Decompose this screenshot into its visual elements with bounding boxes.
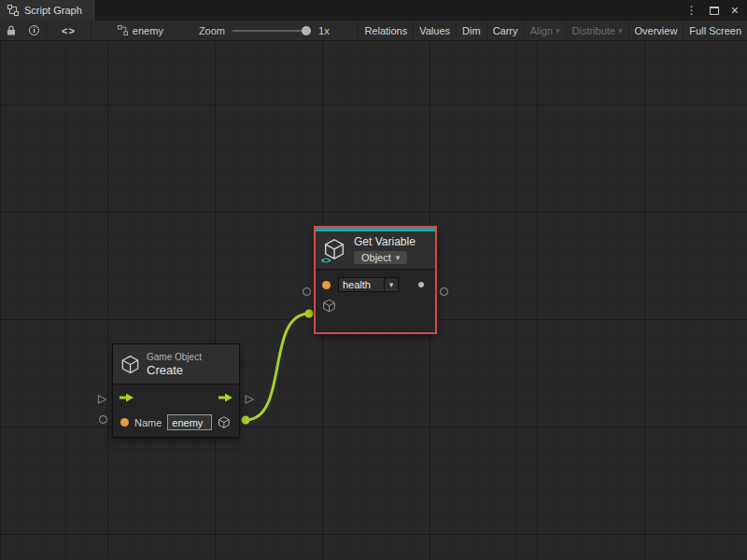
name-port-circle[interactable] xyxy=(99,415,107,424)
close-icon[interactable]: × xyxy=(731,4,739,17)
toolbar-separator xyxy=(91,21,92,41)
lock-icon xyxy=(7,25,16,35)
value-input-port[interactable] xyxy=(322,281,331,289)
zoom-value: 1x xyxy=(318,25,330,36)
create-node[interactable]: Game Object Create Name xyxy=(112,343,240,438)
name-param-row: Name xyxy=(113,410,239,435)
graph-name: enemy xyxy=(133,25,163,36)
create-node-header[interactable]: Game Object Create xyxy=(113,344,239,385)
align-label: Align xyxy=(530,25,553,36)
name-input[interactable] xyxy=(167,414,212,430)
code-icon: <> xyxy=(62,25,76,36)
get-variable-header[interactable]: <> Get Variable Object ▾ xyxy=(316,231,435,270)
dim-button[interactable]: Dim xyxy=(456,21,486,41)
param-label: Name xyxy=(134,417,162,428)
graph-asset-icon xyxy=(118,25,128,35)
edit-code-button[interactable]: <> xyxy=(47,21,91,41)
align-button[interactable]: Align ▾ xyxy=(524,21,566,41)
distribute-button[interactable]: Distribute ▾ xyxy=(566,21,628,41)
flow-output-port[interactable]: ▷ xyxy=(246,393,254,404)
carry-button[interactable]: Carry xyxy=(486,21,524,41)
script-graph-icon xyxy=(7,5,19,16)
variable-scope-value: Object xyxy=(361,252,391,263)
zoom-label: Zoom xyxy=(199,25,225,36)
variable-name-input[interactable] xyxy=(339,278,384,291)
flow-input-arrow-icon[interactable] xyxy=(119,393,134,402)
get-variable-node[interactable]: <> Get Variable Object ▾ ▾ xyxy=(314,226,437,334)
flow-input-port[interactable]: ▷ xyxy=(98,393,106,404)
node-title: Get Variable xyxy=(354,235,416,248)
variable-name-combo[interactable]: ▾ xyxy=(338,277,399,292)
node-category: Game Object xyxy=(147,352,202,362)
name-input-port[interactable] xyxy=(120,418,129,427)
maximize-icon[interactable] xyxy=(710,7,719,15)
values-button[interactable]: Values xyxy=(413,21,456,41)
chevron-down-icon: ▾ xyxy=(396,253,401,262)
caret-down-icon: ▾ xyxy=(618,26,623,35)
zoom-slider[interactable] xyxy=(233,21,311,41)
zoom-slider-knob[interactable] xyxy=(302,26,311,35)
zoom-slider-track xyxy=(233,30,311,32)
variable-cube-icon: <> xyxy=(323,238,347,262)
node-title: Create xyxy=(147,363,202,377)
flow-output-arrow-icon[interactable] xyxy=(218,393,233,402)
tab-title: Script Graph xyxy=(24,5,82,16)
flow-port-row xyxy=(113,385,239,410)
info-button[interactable]: i xyxy=(22,21,46,41)
graph-canvas[interactable]: <> Get Variable Object ▾ ▾ xyxy=(0,41,747,560)
graph-name-segment[interactable]: enemy xyxy=(108,21,173,41)
menu-icon[interactable]: ⋮ xyxy=(686,5,698,16)
info-icon: i xyxy=(29,25,39,35)
full-screen-button[interactable]: Full Screen xyxy=(683,21,747,41)
value-output-dot[interactable] xyxy=(418,282,424,287)
lock-button[interactable] xyxy=(0,21,22,41)
gameobject-output-icon[interactable] xyxy=(218,415,231,429)
get-variable-body: ▾ xyxy=(316,270,435,316)
title-bar: Script Graph ⋮ × xyxy=(0,0,747,21)
edge-source-dot xyxy=(242,416,250,425)
window-controls: ⋮ × xyxy=(686,0,747,21)
overview-button[interactable]: Overview xyxy=(628,21,684,41)
caret-down-icon: ▾ xyxy=(556,26,560,35)
relations-button[interactable]: Relations xyxy=(358,21,413,41)
distribute-label: Distribute xyxy=(572,25,615,36)
chevron-down-icon[interactable]: ▾ xyxy=(384,278,398,291)
output-port-circle[interactable] xyxy=(440,287,448,296)
variable-scope-dropdown[interactable]: Object ▾ xyxy=(354,251,407,264)
code-badge-icon: <> xyxy=(321,256,331,265)
edge-target-dot xyxy=(305,310,314,318)
gameobject-port-icon[interactable] xyxy=(322,299,336,313)
toolbar: i <> enemy Zoom 1x Relations Values Dim … xyxy=(0,21,747,41)
tab-script-graph[interactable]: Script Graph xyxy=(0,0,96,21)
toolbar-buttons: Relations Values Dim Carry Align ▾ Distr… xyxy=(358,21,747,41)
script-graph-window: Script Graph ⋮ × i <> xyxy=(0,0,747,560)
gameobject-cube-icon xyxy=(120,355,140,374)
input-port-circle[interactable] xyxy=(303,287,311,296)
